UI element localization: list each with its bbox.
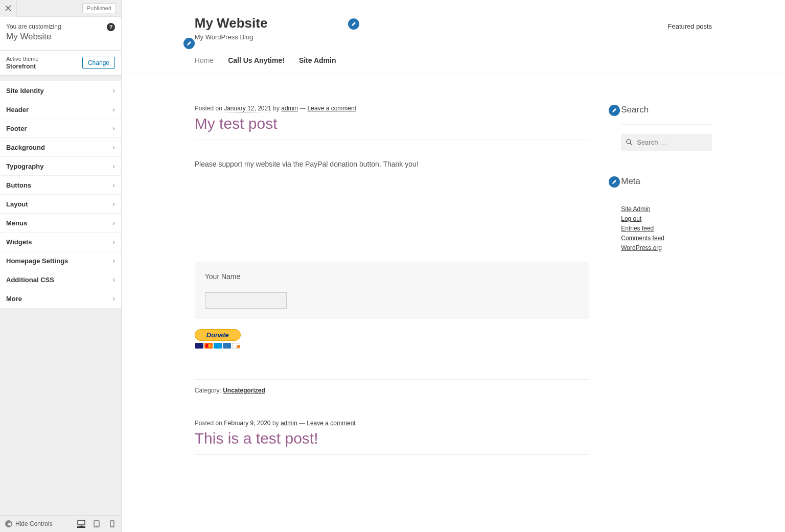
preview-frame[interactable]: My Website My WordPress Blog Featured po… (122, 0, 785, 532)
svg-point-6 (96, 525, 97, 526)
tablet-icon (94, 520, 100, 527)
edit-shortcut-meta[interactable] (609, 176, 620, 188)
panel-buttons[interactable]: Buttons› (0, 176, 121, 195)
hide-controls-button[interactable]: ◀ Hide Controls (5, 520, 53, 527)
form-label: Your Name (205, 272, 241, 281)
nav-site-admin[interactable]: Site Admin (299, 56, 336, 64)
customizing-label: You are customizing (6, 23, 115, 30)
meta-list-item: Log out (621, 215, 712, 222)
post-date-link[interactable]: January 12, 2021 (224, 105, 271, 112)
svg-point-9 (627, 140, 631, 144)
amex-icon (223, 343, 231, 349)
panel-label: Background (6, 144, 45, 151)
post-author-link[interactable]: admin (281, 105, 298, 112)
post-meta: Posted on January 12, 2021 by admin — Le… (195, 105, 589, 112)
pencil-icon (351, 21, 356, 27)
leave-comment-link[interactable]: Leave a comment (308, 105, 356, 112)
device-tablet-button[interactable] (93, 520, 101, 528)
device-mobile-button[interactable] (108, 520, 116, 528)
search-input[interactable] (637, 138, 703, 146)
chevron-right-icon: › (112, 181, 115, 189)
panel-label: More (6, 295, 22, 303)
discover-icon (232, 343, 240, 349)
caret-left-icon: ◀ (5, 520, 12, 527)
meta-link-log-out[interactable]: Log out (621, 215, 641, 222)
divider (621, 196, 712, 196)
nav-call-us[interactable]: Call Us Anytime! (228, 56, 285, 64)
post-title[interactable]: This is a test post! (195, 430, 589, 447)
leave-comment-link[interactable]: Leave a comment (307, 420, 355, 427)
meta-link-comments-feed[interactable]: Comments feed (621, 235, 664, 242)
panel-site-identity[interactable]: Site Identity› (0, 81, 121, 100)
panel-label: Additional CSS (6, 276, 54, 284)
chevron-right-icon: › (112, 294, 115, 303)
search-box (621, 134, 712, 151)
meta-list: Site AdminLog outEntries feedComments fe… (621, 205, 712, 251)
panels-list: Site Identity›Header›Footer›Background›T… (0, 81, 121, 308)
panel-label: Typography (6, 163, 43, 170)
meta-link-wordpress-org[interactable]: WordPress.org (621, 244, 662, 251)
pencil-icon (612, 108, 617, 113)
category-row: Category: Uncategorized (195, 379, 589, 394)
close-button[interactable] (0, 0, 17, 17)
svg-line-10 (630, 143, 632, 145)
donate-button[interactable]: Donate (195, 329, 241, 349)
post-meta: Posted on February 9, 2020 by admin — Le… (195, 420, 589, 427)
main-nav: Home Call Us Anytime! Site Admin (195, 56, 712, 64)
panel-widgets[interactable]: Widgets› (0, 233, 121, 251)
meta-list-item: Entries feed (621, 225, 712, 232)
nav-home[interactable]: Home (195, 56, 214, 64)
your-name-input[interactable] (205, 292, 287, 309)
chevron-right-icon: › (112, 238, 115, 246)
name-form-box: Your Name (195, 262, 589, 319)
panel-label: Buttons (6, 181, 31, 189)
post-body: Please support my website via the PayPal… (195, 158, 589, 170)
device-desktop-button[interactable] (77, 520, 85, 528)
panel-label: Menus (6, 219, 27, 227)
chevron-right-icon: › (112, 162, 115, 170)
desktop-icon (77, 520, 85, 527)
panel-menus[interactable]: Menus› (0, 214, 121, 233)
panel-background[interactable]: Background› (0, 138, 121, 157)
meta-list-item: WordPress.org (621, 244, 712, 251)
category-link[interactable]: Uncategorized (223, 387, 265, 394)
panel-typography[interactable]: Typography› (0, 157, 121, 176)
site-branding: My Website My WordPress Blog (195, 15, 268, 41)
widget-title: Search (621, 105, 712, 115)
post-date-link[interactable]: February 9, 2020 (224, 420, 270, 427)
hide-controls-label: Hide Controls (15, 520, 53, 527)
meta-link-entries-feed[interactable]: Entries feed (621, 225, 654, 232)
chevron-right-icon: › (112, 124, 115, 132)
svg-rect-2 (78, 520, 85, 525)
post-2: Posted on February 9, 2020 by admin — Le… (195, 420, 589, 455)
publish-button[interactable]: Published (82, 3, 116, 13)
featured-posts-link[interactable]: Featured posts (668, 22, 712, 30)
post-author-link[interactable]: admin (281, 420, 297, 427)
chevron-right-icon: › (112, 200, 115, 208)
meta-link-site-admin[interactable]: Site Admin (621, 205, 650, 213)
meta-widget: Meta Site AdminLog outEntries feedCommen… (610, 176, 712, 251)
pencil-icon (187, 41, 192, 46)
chevron-right-icon: › (112, 143, 115, 151)
panel-layout[interactable]: Layout› (0, 195, 121, 214)
change-theme-button[interactable]: Change (82, 57, 115, 69)
pencil-icon (612, 179, 617, 184)
edit-shortcut-branding[interactable] (348, 18, 359, 30)
panel-footer[interactable]: Footer› (0, 119, 121, 138)
donate-label: Donate (195, 329, 241, 341)
help-icon[interactable]: ? (107, 23, 115, 31)
panel-header[interactable]: Header› (0, 100, 121, 119)
divider (621, 124, 712, 125)
panel-label: Layout (6, 200, 28, 208)
panel-more[interactable]: More› (0, 289, 121, 308)
site-title[interactable]: My Website (195, 15, 268, 31)
edit-shortcut-search[interactable] (609, 105, 620, 116)
panel-homepage-settings[interactable]: Homepage Settings› (0, 251, 121, 270)
edit-shortcut-nav[interactable] (183, 38, 195, 49)
customizer-sidebar: Published You are customizing My Website… (0, 0, 122, 532)
mastercard-icon (204, 343, 213, 349)
active-theme-label: Active theme (6, 56, 39, 62)
post-title[interactable]: My test post (195, 115, 589, 132)
panel-additional-css[interactable]: Additional CSS› (0, 270, 121, 289)
maestro-icon (214, 343, 222, 349)
